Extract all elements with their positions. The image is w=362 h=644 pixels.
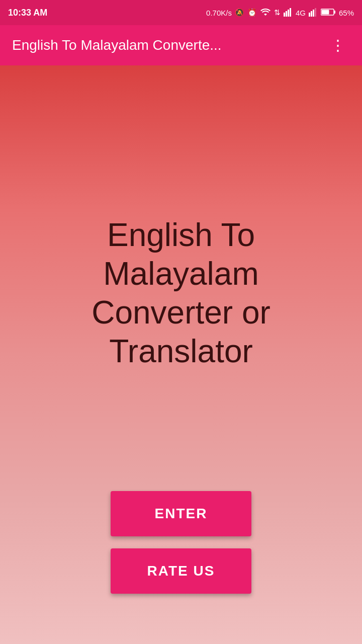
title-section: English To Malayalam Converter or Transl… [92, 96, 270, 491]
svg-rect-2 [288, 10, 289, 17]
enter-button[interactable]: ENTER [111, 491, 251, 536]
svg-rect-4 [309, 13, 310, 17]
rate-us-button[interactable]: RATE US [111, 548, 251, 594]
title-line3: Converter or [92, 294, 270, 331]
title-line1: English To [107, 217, 255, 253]
svg-rect-0 [284, 13, 285, 17]
network-speed: 0.70K/s [206, 9, 232, 17]
app-bar-title: English To Malayalam Converte... [12, 37, 326, 53]
svg-rect-3 [290, 8, 291, 17]
title-line4: Translator [109, 333, 253, 369]
wifi-icon [260, 8, 271, 18]
mute-icon: 🔕 [235, 8, 244, 17]
svg-rect-9 [334, 11, 335, 14]
signal-icon [284, 8, 293, 18]
status-bar: 10:33 AM 0.70K/s 🔕 ⏰ ⇅ 4G [0, 0, 362, 25]
network-type: 4G [296, 9, 306, 17]
svg-rect-6 [313, 10, 314, 17]
title-line2: Malayalam [103, 256, 258, 292]
buttons-section: ENTER RATE US [111, 491, 251, 594]
transfer-icon: ⇅ [274, 8, 281, 17]
svg-rect-1 [286, 11, 287, 17]
more-options-icon[interactable]: ⋮ [326, 34, 350, 57]
battery-percent: 65% [339, 9, 354, 17]
svg-rect-7 [315, 8, 316, 17]
status-time: 10:33 AM [8, 8, 47, 18]
alarm-icon: ⏰ [247, 8, 257, 17]
app-title: English To Malayalam Converter or Transl… [92, 216, 270, 370]
app-bar: English To Malayalam Converte... ⋮ [0, 25, 362, 65]
svg-rect-5 [311, 11, 312, 17]
main-content: English To Malayalam Converter or Transl… [0, 65, 362, 644]
status-right: 0.70K/s 🔕 ⏰ ⇅ 4G [206, 8, 354, 18]
signal-icon-2 [309, 8, 318, 18]
svg-rect-10 [321, 10, 329, 14]
battery-icon [321, 8, 336, 18]
